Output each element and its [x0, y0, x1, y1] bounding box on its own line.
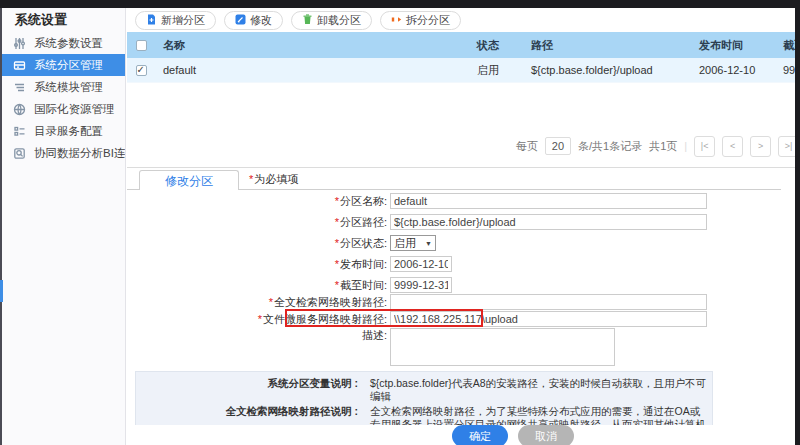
modify-button[interactable]: 修改	[224, 11, 283, 30]
note-row-variable: 系统分区变量说明 : ${ctp.base.folder}代表A8的安装路径，安…	[136, 377, 708, 403]
grid-list-icon	[13, 125, 26, 138]
cancel-button[interactable]: 取消	[518, 425, 574, 445]
per-page-input[interactable]	[545, 137, 571, 155]
note-text: ${ctp.base.folder}代表A8的安装路径，安装的时候自动获取，且用…	[370, 377, 708, 403]
required-asterisk: *	[258, 313, 262, 325]
fulltext-network-path-input[interactable]	[390, 294, 707, 310]
sidebar-item-label: 系统模块管理	[34, 80, 103, 95]
form-row-status: *分区状态: 启用	[127, 235, 795, 251]
required-asterisk: *	[335, 216, 339, 228]
next-page-button[interactable]: >	[750, 136, 771, 157]
tab-modify-partition[interactable]: 修改分区	[139, 170, 239, 190]
form-row-name: *分区名称:	[127, 193, 795, 209]
sidebar-item-label: 系统参数设置	[34, 36, 103, 51]
window-top-edge	[0, 0, 800, 8]
form-row-microservice-path: *文件微服务网络映射路径:	[127, 311, 795, 327]
table-row[interactable]: default 启用 ${ctp.base.folder}/upload 200…	[127, 58, 795, 83]
sidebar-item-label: 国际化资源管理	[34, 102, 115, 117]
toolbar-button-label: 修改	[250, 13, 272, 28]
trash-icon	[302, 14, 313, 27]
column-header-end-date: 截至时间	[783, 38, 795, 53]
list-lines-icon	[13, 81, 26, 94]
sidebar-item-i18n-resources[interactable]: 国际化资源管理	[2, 98, 125, 120]
note-label: 系统分区变量说明 :	[136, 377, 358, 403]
form-row-path: *分区路径:	[127, 214, 795, 230]
split-partition-button[interactable]: 拆分分区	[380, 11, 461, 30]
left-edge-accent-mark	[0, 280, 3, 302]
required-asterisk: *	[335, 279, 339, 291]
sidebar-title: 系统设置	[2, 8, 125, 32]
field-label: 描述:	[127, 328, 390, 343]
cell-end-date: 9999-12-31	[783, 64, 795, 76]
description-textarea[interactable]	[390, 328, 615, 366]
toolbar-button-label: 卸载分区	[317, 13, 361, 28]
field-label: *截至时间:	[127, 278, 390, 293]
total-pages-label: 共1页	[649, 139, 677, 154]
sliders-icon	[13, 37, 26, 50]
select-all-checkbox[interactable]	[136, 40, 147, 51]
column-header-status: 状态	[477, 38, 531, 53]
cell-publish-date: 2006-12-10	[699, 64, 783, 76]
required-fields-note: *为必填项	[249, 169, 298, 189]
globe-icon	[13, 103, 26, 116]
sidebar-item-label: 目录服务配置	[34, 124, 103, 139]
required-asterisk: *	[335, 195, 339, 207]
column-header-name: 名称	[155, 38, 477, 53]
pagination-separator: |	[684, 140, 687, 152]
partition-status-select[interactable]: 启用	[390, 235, 436, 251]
field-label: *发布时间:	[127, 257, 390, 272]
toolbar-button-label: 新增分区	[161, 13, 205, 28]
cell-name: default	[155, 64, 477, 76]
sidebar-item-directory-service[interactable]: 目录服务配置	[2, 120, 125, 142]
records-count-label: 条/共1条记录	[578, 139, 642, 154]
edit-icon	[235, 14, 246, 27]
pagination: 每页 条/共1条记录 共1页 | |< < > >| |	[127, 133, 800, 159]
section-divider	[127, 167, 795, 168]
ok-button[interactable]: 确定	[452, 425, 508, 445]
field-label: *分区名称:	[127, 194, 390, 209]
partition-name-input[interactable]	[390, 193, 707, 209]
sidebar-item-bi-connector[interactable]: 协同数据分析BI连...	[2, 142, 125, 164]
window-left-edge	[0, 8, 2, 445]
row-checkbox[interactable]	[136, 65, 147, 76]
selected-option: 启用	[394, 236, 416, 251]
cell-path: ${ctp.base.folder}/upload	[531, 64, 699, 76]
required-asterisk: *	[249, 173, 253, 185]
form-row-end-date: *截至时间:	[127, 277, 795, 293]
sidebar-item-system-params[interactable]: 系统参数设置	[2, 32, 125, 54]
bi-search-doc-icon	[13, 147, 26, 160]
partition-icon	[13, 59, 26, 72]
window-right-edge	[795, 0, 800, 445]
sidebar-item-module-mgmt[interactable]: 系统模块管理	[2, 76, 125, 98]
form-footer: 确定 取消	[127, 425, 795, 445]
required-asterisk: *	[269, 296, 273, 308]
cell-status: 启用	[477, 63, 531, 78]
partition-path-input[interactable]	[390, 214, 707, 230]
partition-form: *分区名称: *分区路径: *分区状态: 启用 *发布时间: *截至时间: *全…	[127, 193, 795, 366]
field-label: *分区路径:	[127, 215, 390, 230]
required-asterisk: *	[335, 258, 339, 270]
field-label: *全文检索网络映射路径:	[127, 295, 390, 310]
prev-page-button[interactable]: <	[722, 136, 743, 157]
form-row-publish-date: *发布时间:	[127, 256, 795, 272]
first-page-button[interactable]: |<	[694, 136, 715, 157]
publish-date-input[interactable]	[390, 256, 452, 272]
form-row-fulltext-path: *全文检索网络映射路径:	[127, 294, 795, 310]
unload-partition-button[interactable]: 卸载分区	[291, 11, 372, 30]
required-note-text: 为必填项	[254, 173, 298, 185]
split-arrow-icon	[391, 14, 402, 27]
field-label: *分区状态:	[127, 236, 390, 251]
toolbar-button-label: 拆分分区	[406, 13, 450, 28]
required-asterisk: *	[335, 237, 339, 249]
column-header-publish-date: 发布时间	[699, 38, 783, 53]
sidebar-item-label: 系统分区管理	[34, 58, 103, 73]
per-page-label: 每页	[516, 139, 538, 154]
add-partition-button[interactable]: 新增分区	[135, 11, 216, 30]
form-row-description: 描述:	[127, 328, 795, 366]
microservice-network-path-input[interactable]	[390, 311, 707, 327]
end-date-input[interactable]	[390, 277, 452, 293]
sidebar-item-partition-mgmt[interactable]: 系统分区管理	[2, 54, 125, 76]
main-panel: 新增分区 修改 卸载分区 拆分分区	[127, 8, 795, 445]
table-header: 名称 状态 路径 发布时间 截至时间	[127, 32, 795, 58]
sidebar: 系统设置 系统参数设置 系统分区管理 系统模块管理 国际化资源管理	[2, 8, 126, 445]
